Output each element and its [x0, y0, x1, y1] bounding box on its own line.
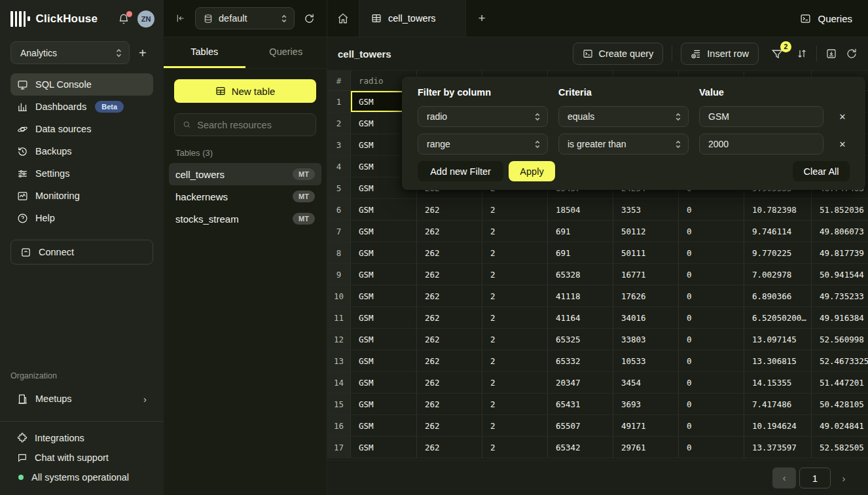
filter-button[interactable]: 2 [767, 45, 787, 63]
table-cell[interactable]: 6.52050200… [744, 307, 812, 329]
table-cell[interactable]: 6.890366 [744, 285, 812, 307]
table-cell[interactable]: 262 [417, 199, 482, 221]
table-cell[interactable]: 0 [679, 242, 744, 264]
table-list-item-cell-towers[interactable]: cell_towers MT [169, 163, 321, 185]
table-cell[interactable]: 34016 [613, 307, 679, 329]
table-cell[interactable]: 691 [548, 221, 613, 242]
home-tab-button[interactable] [327, 0, 359, 37]
filter-value-input[interactable] [708, 111, 816, 122]
add-filter-button[interactable]: Add new Filter [418, 161, 503, 181]
table-cell[interactable]: 0 [679, 372, 744, 394]
new-table-button[interactable]: New table [174, 79, 316, 103]
table-cell[interactable]: 52.582505 [812, 437, 868, 458]
table-cell[interactable]: 52.560998 [812, 329, 868, 350]
table-cell[interactable]: 262 [417, 394, 482, 415]
sidebar-item-meetups[interactable]: Meetups › [10, 387, 153, 411]
search-resources-box[interactable] [174, 113, 316, 136]
new-tab-button[interactable]: + [466, 0, 497, 37]
table-cell[interactable]: 9.770225 [744, 242, 812, 264]
table-cell[interactable]: GSM [351, 285, 417, 307]
table-cell[interactable]: 65325 [548, 329, 613, 350]
download-button[interactable] [825, 48, 837, 60]
table-cell[interactable]: 50.941544 [812, 264, 868, 285]
table-cell[interactable]: GSM [351, 221, 417, 242]
refresh-tables-icon[interactable] [304, 13, 315, 24]
table-cell[interactable]: 2 [482, 199, 548, 221]
table-cell[interactable]: 17626 [613, 285, 679, 307]
table-cell[interactable]: 262 [417, 221, 482, 242]
table-cell[interactable]: GSM [351, 394, 417, 415]
table-cell[interactable]: 7.002978 [744, 264, 812, 285]
table-cell[interactable]: GSM [351, 350, 417, 372]
refresh-data-button[interactable] [846, 48, 858, 60]
add-service-button[interactable]: + [139, 46, 147, 60]
collapse-panel-icon[interactable] [175, 13, 186, 24]
database-select[interactable]: default [195, 7, 295, 29]
table-cell[interactable]: 3454 [613, 372, 679, 394]
table-cell[interactable]: GSM [351, 372, 417, 394]
sort-button[interactable] [796, 48, 808, 60]
filter-criteria-select[interactable]: equals [558, 106, 689, 127]
table-cell[interactable]: 10.194624 [744, 415, 812, 437]
table-cell[interactable]: 262 [417, 415, 482, 437]
table-cell[interactable]: 0 [679, 307, 744, 329]
table-cell[interactable]: 65332 [548, 350, 613, 372]
table-cell[interactable]: 52.4673325 [812, 350, 868, 372]
filter-value-input[interactable] [708, 139, 816, 149]
table-cell[interactable]: 18504 [548, 199, 613, 221]
current-page-indicator[interactable]: 1 [799, 468, 831, 488]
table-cell[interactable]: 20347 [548, 372, 613, 394]
table-cell[interactable]: 262 [417, 307, 482, 329]
sidebar-item-help[interactable]: Help [10, 207, 153, 229]
tab-queries[interactable]: Queries [245, 37, 327, 68]
connect-button[interactable]: Connect [10, 240, 153, 265]
sidebar-item-dashboards[interactable]: Dashboards Beta [10, 96, 153, 118]
table-cell[interactable]: 2 [482, 307, 548, 329]
apply-filter-button[interactable]: Apply [509, 161, 555, 181]
table-cell[interactable]: 10533 [613, 350, 679, 372]
table-cell[interactable]: 13.306815 [744, 350, 812, 372]
system-status[interactable]: All systems operational [0, 468, 164, 487]
table-cell[interactable]: 50111 [613, 242, 679, 264]
table-cell[interactable]: 51.852036 [812, 199, 868, 221]
table-cell[interactable]: 51.447201 [812, 372, 868, 394]
table-cell[interactable]: 2 [482, 350, 548, 372]
table-cell[interactable]: 0 [679, 264, 744, 285]
table-cell[interactable]: 49.806073 [812, 221, 868, 242]
table-cell[interactable]: GSM [351, 415, 417, 437]
filter-column-select[interactable]: range [418, 134, 548, 155]
table-cell[interactable]: GSM [351, 437, 417, 458]
table-cell[interactable]: 2 [482, 264, 548, 285]
table-cell[interactable]: 0 [679, 221, 744, 242]
table-cell[interactable]: 65328 [548, 264, 613, 285]
clear-all-button[interactable]: Clear All [793, 161, 850, 181]
table-cell[interactable]: 0 [679, 394, 744, 415]
table-cell[interactable]: GSM [351, 199, 417, 221]
table-cell[interactable]: 691 [548, 242, 613, 264]
tab-cell-towers[interactable]: cell_towers [359, 0, 466, 37]
table-cell[interactable]: 262 [417, 285, 482, 307]
sidebar-item-backups[interactable]: Backups [10, 140, 153, 162]
sidebar-item-data-sources[interactable]: Data sources [10, 118, 153, 140]
table-cell[interactable]: 2 [482, 242, 548, 264]
table-cell[interactable]: 262 [417, 372, 482, 394]
table-cell[interactable]: 41164 [548, 307, 613, 329]
table-cell[interactable]: 262 [417, 329, 482, 350]
table-cell[interactable]: 65431 [548, 394, 613, 415]
sidebar-item-integrations[interactable]: Integrations [0, 428, 164, 448]
table-cell[interactable]: 10.782398 [744, 199, 812, 221]
search-resources-input[interactable] [197, 120, 308, 130]
table-cell[interactable]: 2 [482, 372, 548, 394]
notifications-bell-icon[interactable] [118, 13, 130, 25]
table-cell[interactable]: 41118 [548, 285, 613, 307]
queries-button[interactable]: Queries [784, 0, 868, 37]
table-cell[interactable]: 13.373597 [744, 437, 812, 458]
table-cell[interactable]: 2 [482, 394, 548, 415]
table-cell[interactable]: GSM [351, 242, 417, 264]
table-cell[interactable]: 0 [679, 199, 744, 221]
table-cell[interactable]: 16771 [613, 264, 679, 285]
tab-tables[interactable]: Tables [164, 37, 245, 68]
table-cell[interactable]: 29761 [613, 437, 679, 458]
table-cell[interactable]: 2 [482, 329, 548, 350]
create-query-button[interactable]: Create query [573, 43, 664, 65]
